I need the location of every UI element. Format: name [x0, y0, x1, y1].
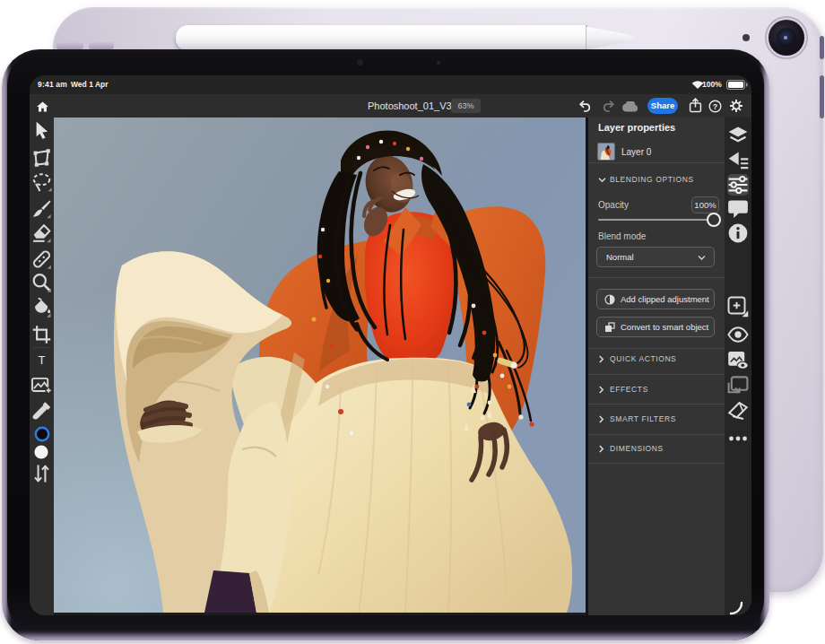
svg-text:?: ?: [713, 102, 718, 111]
